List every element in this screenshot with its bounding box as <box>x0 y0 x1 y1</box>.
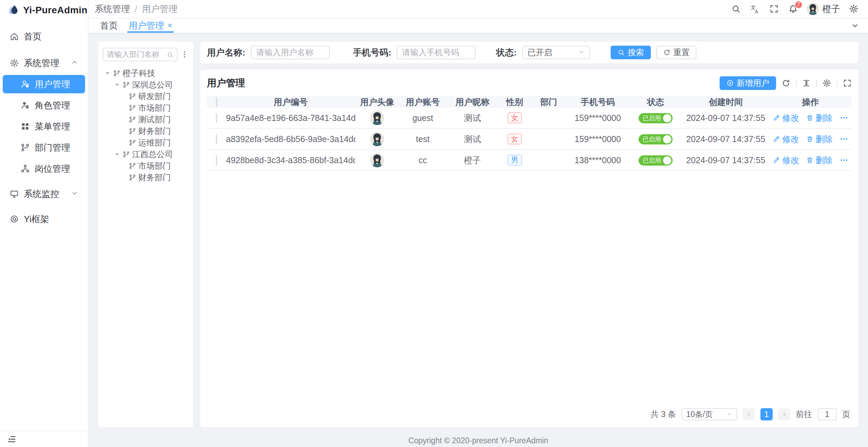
tree-node[interactable]: 市场部门 <box>103 102 189 114</box>
settings-gear-icon[interactable] <box>846 1 862 17</box>
status-select[interactable]: 已开启 <box>522 46 590 59</box>
col-header: 手机号码 <box>566 96 629 108</box>
add-user-button[interactable]: 新增用户 <box>720 76 776 90</box>
col-header: 操作 <box>769 96 852 108</box>
row-checkbox[interactable] <box>216 155 217 165</box>
refresh-table-icon[interactable] <box>782 79 790 88</box>
tree-node[interactable]: 市场部门 <box>103 160 189 172</box>
sidebar-item-home[interactable]: 首页 <box>3 27 85 46</box>
tab-home[interactable]: 首页 <box>95 18 123 33</box>
status-toggle[interactable]: 已启用 <box>639 113 673 123</box>
close-tab-icon[interactable]: × <box>167 21 172 30</box>
department-tree-panel: 橙子科技 深圳总公司 研发部门 市场部门 <box>98 42 193 427</box>
cell-account: cc <box>399 155 447 165</box>
app-logo-icon <box>7 4 19 16</box>
more-actions-icon[interactable] <box>839 113 848 122</box>
breadcrumb: 系统管理 / 用户管理 <box>95 3 177 15</box>
name-label: 用户名称: <box>207 47 245 59</box>
tree-node[interactable]: 财务部门 <box>103 125 189 137</box>
delete-link[interactable]: 删除 <box>806 112 833 124</box>
col-header: 创建时间 <box>682 96 769 108</box>
delete-link[interactable]: 删除 <box>806 134 833 145</box>
reset-button[interactable]: 重置 <box>656 46 696 59</box>
caret-down-icon[interactable] <box>104 70 111 77</box>
table-card-header: 用户管理 新增用户 <box>207 76 852 90</box>
caret-down-icon[interactable] <box>114 151 120 158</box>
tree-node[interactable]: 测试部门 <box>103 114 189 125</box>
page-size-select[interactable]: 10条/页 <box>681 408 737 420</box>
column-settings-icon[interactable] <box>822 79 831 88</box>
tree-node[interactable]: 橙子科技 <box>103 67 189 79</box>
branch-icon <box>129 93 136 100</box>
monitor-icon <box>10 189 19 199</box>
tree-node[interactable]: 深圳总公司 <box>103 79 189 91</box>
density-icon[interactable] <box>802 79 811 88</box>
search-button[interactable]: 搜索 <box>611 46 651 59</box>
user-menu[interactable]: 橙子 <box>804 3 843 15</box>
dept-search-input[interactable] <box>107 50 164 59</box>
tree-node[interactable]: 研发部门 <box>103 91 189 102</box>
sidebar-item-post-mgmt[interactable]: 岗位管理 <box>3 159 85 178</box>
tree-node[interactable]: 运维部门 <box>103 137 189 149</box>
cell-account: guest <box>399 113 447 123</box>
fullscreen-icon[interactable] <box>766 1 782 17</box>
more-actions-icon[interactable] <box>839 156 848 165</box>
search-icon[interactable] <box>728 1 744 17</box>
sidebar-item-user-mgmt[interactable]: 用户管理 <box>3 75 85 93</box>
tree-node[interactable]: 江西总公司 <box>103 149 189 160</box>
edit-link[interactable]: 修改 <box>773 155 799 166</box>
goto-page-input[interactable] <box>818 408 837 420</box>
next-page-button[interactable] <box>778 408 790 420</box>
tab-actions-dropdown[interactable] <box>848 18 862 33</box>
tree-node[interactable]: 财务部门 <box>103 172 189 183</box>
row-checkbox[interactable] <box>216 134 217 144</box>
notification-bell-icon[interactable]: 7 <box>785 1 801 17</box>
branch-icon <box>129 174 136 181</box>
sidebar-item-menu-mgmt[interactable]: 菜单管理 <box>3 117 85 136</box>
search-icon <box>617 49 625 56</box>
sidebar-item-dept-mgmt[interactable]: 部门管理 <box>3 138 85 157</box>
translate-icon[interactable] <box>747 1 763 17</box>
tab-user-mgmt[interactable]: 用户管理 × <box>123 18 178 33</box>
sidebar-item-label: 菜单管理 <box>35 121 70 133</box>
delete-link[interactable]: 删除 <box>806 155 833 166</box>
edit-link[interactable]: 修改 <box>773 112 799 124</box>
caret-down-icon[interactable] <box>114 81 120 88</box>
pagination-total: 共 3 条 <box>650 409 676 420</box>
phone-input[interactable] <box>397 46 476 59</box>
breadcrumb-section[interactable]: 系统管理 <box>95 3 130 15</box>
sidebar-item-framework[interactable]: Yi框架 <box>3 210 85 228</box>
sidebar: Yi-PureAdmin 首页 系统管理 用户管理 角色管理 菜单 <box>0 0 89 447</box>
sidebar-item-label: 系统管理 <box>24 57 59 69</box>
breadcrumb-separator: / <box>135 4 137 14</box>
tree-search-row <box>103 48 189 61</box>
table-row: 4928be8d-3c34-a385-86bf-3a14dd60f4c6 cc … <box>207 150 852 171</box>
page-number-button[interactable]: 1 <box>760 408 773 420</box>
chevron-down-icon <box>726 410 733 419</box>
row-checkbox[interactable] <box>216 113 217 123</box>
tab-label: 用户管理 <box>129 20 164 32</box>
sidebar-item-monitor[interactable]: 系统监控 <box>3 185 85 203</box>
edit-link[interactable]: 修改 <box>773 134 799 145</box>
name-input[interactable] <box>251 46 330 59</box>
prev-page-button[interactable] <box>743 408 755 420</box>
at-sign-icon <box>10 214 19 224</box>
logo[interactable]: Yi-PureAdmin <box>0 0 88 20</box>
col-header: 用户账号 <box>399 96 447 108</box>
tree-node-label: 市场部门 <box>138 160 171 171</box>
pencil-icon <box>773 135 780 143</box>
sidebar-item-role-mgmt[interactable]: 角色管理 <box>3 96 85 114</box>
select-all-checkbox[interactable] <box>216 97 217 107</box>
cell-uid: 9a57a4e8-e196-663a-7841-3a14dd60f4ca <box>226 113 355 123</box>
collapse-sidebar-icon[interactable] <box>7 434 16 444</box>
sidebar-item-system[interactable]: 系统管理 <box>3 54 85 72</box>
status-toggle[interactable]: 已启用 <box>639 155 673 166</box>
content-row: 橙子科技 深圳总公司 研发部门 市场部门 <box>89 33 868 434</box>
table-fullscreen-icon[interactable] <box>843 79 852 88</box>
more-actions-icon[interactable] <box>839 135 848 143</box>
tree-more-icon[interactable] <box>180 50 189 59</box>
status-toggle[interactable]: 已启用 <box>639 134 673 144</box>
gender-tag: 女 <box>508 134 522 144</box>
app-window: Yi-PureAdmin 首页 系统管理 用户管理 角色管理 菜单 <box>0 0 868 447</box>
header-actions: 7 橙子 <box>728 1 862 17</box>
